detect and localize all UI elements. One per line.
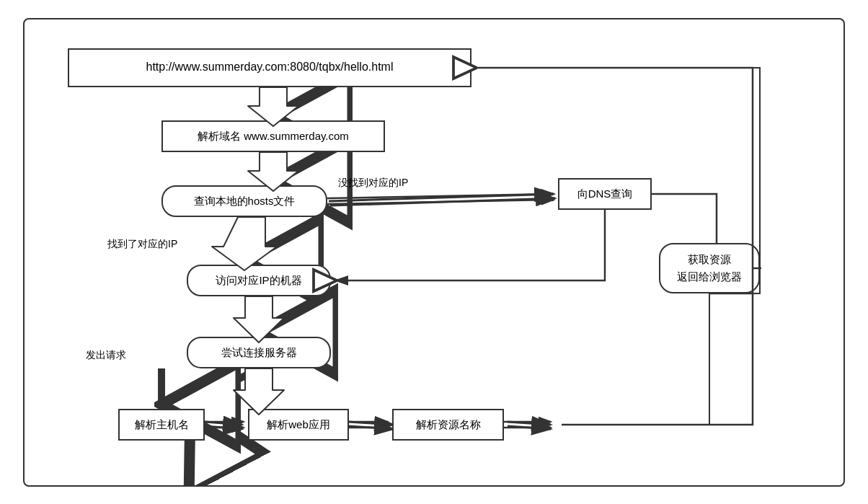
visit-ip-box: 访问对应IP的机器 (187, 265, 331, 296)
label-found-ip: 找到了对应的IP (107, 238, 177, 251)
parse-resource-box: 解析资源名称 (392, 409, 504, 441)
query-hosts-box: 查询本地的hosts文件 (161, 185, 327, 217)
label-no-ip: 没找到对应的IP (338, 177, 408, 190)
svg-line-19 (205, 422, 242, 425)
svg-line-22 (349, 426, 394, 429)
svg-line-14 (330, 198, 555, 205)
svg-line-17 (190, 368, 259, 404)
svg-marker-35 (234, 296, 284, 342)
parse-domain-box: 解析域名 www.summerday.com (161, 120, 385, 152)
get-resource-box: 获取资源 返回给浏览器 (659, 243, 760, 293)
dns-box: 向DNS查询 (558, 178, 652, 210)
svg-line-38 (327, 200, 554, 204)
svg-line-13 (329, 194, 554, 201)
svg-line-20 (205, 426, 242, 429)
parse-host-box: 解析主机名 (118, 409, 205, 441)
svg-line-37 (327, 194, 554, 198)
label-send-request: 发出请求 (86, 349, 126, 362)
parse-web-box: 解析web应用 (248, 409, 349, 441)
try-connect-box: 尝试连接服务器 (187, 337, 331, 368)
diagram-container: http://www.summerday.com:8080/tqbx/hello… (23, 18, 845, 487)
url-box: http://www.summerday.com:8080/tqbx/hello… (68, 48, 471, 87)
svg-marker-36 (234, 368, 284, 415)
svg-line-23 (508, 422, 551, 425)
svg-line-21 (349, 422, 394, 425)
svg-line-24 (508, 426, 551, 429)
svg-marker-34 (212, 217, 277, 270)
